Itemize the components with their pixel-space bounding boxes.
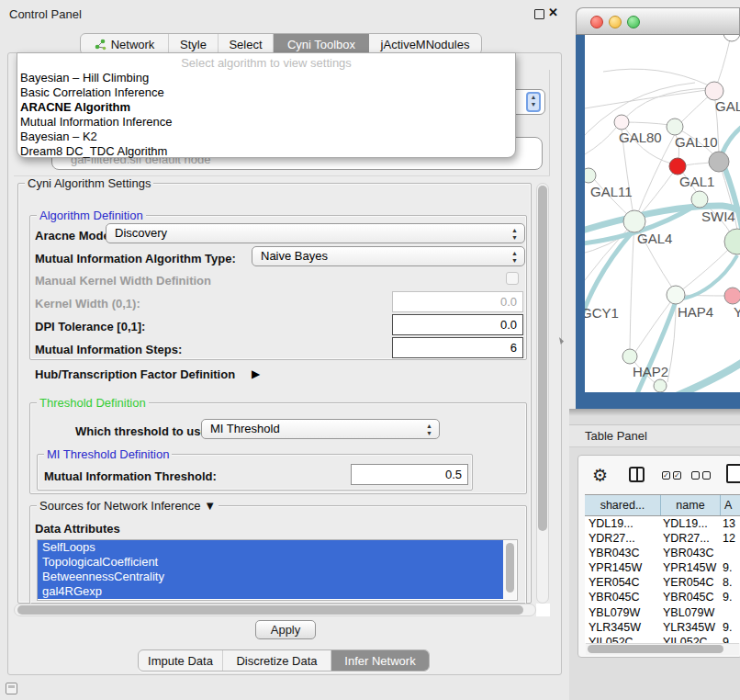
network-node-y[interactable] [724, 288, 740, 304]
tab-infer-network[interactable]: Infer Network [331, 650, 429, 671]
combobox-spinner-focused[interactable]: ▲▼ [526, 92, 541, 112]
network-node-gal11[interactable] [585, 168, 596, 183]
select-all-columns-icon[interactable]: ✓ ✓ [662, 471, 681, 480]
network-node[interactable] [709, 152, 729, 172]
table-cell: YDR27... [663, 531, 718, 546]
apply-button[interactable]: Apply [255, 620, 316, 639]
which-threshold-label: Which threshold to use: [75, 424, 211, 438]
window-minimize-button[interactable] [609, 16, 622, 28]
window-zoom-button[interactable] [627, 16, 640, 28]
table-row[interactable]: YPR145WYPR145W9. [585, 560, 740, 575]
manual-kernel-checkbox[interactable] [506, 272, 519, 285]
table-row[interactable]: YBR043CYBR043C [585, 546, 740, 560]
data-attribute-item-selected[interactable]: SelfLoops [38, 540, 504, 555]
algorithm-option[interactable]: Basic Correlation Inference [17, 85, 515, 100]
kernel-width-field[interactable]: 0.0 [392, 291, 523, 312]
sources-collapse-arrow-icon[interactable]: ▼ [204, 499, 216, 513]
data-attributes-label: Data Attributes [35, 522, 120, 536]
aracne-mode-combobox[interactable]: Discovery ▲▼ [106, 223, 525, 243]
algorithm-select-popup: Select algorithm to view settings Bayesi… [17, 52, 516, 158]
tab-jactivemnodules[interactable]: jActiveMNodules [369, 34, 481, 54]
spinner-icon: ▲▼ [511, 227, 518, 242]
data-attributes-list[interactable]: SelfLoopsTopologicalCoefficientBetweenne… [37, 539, 518, 601]
tab-network-label: Network [111, 38, 155, 51]
cyni-settings-title: Cyni Algorithm Settings [25, 176, 153, 190]
table-row[interactable]: YBL079WYBL079W [585, 605, 740, 620]
dpi-tolerance-field[interactable]: 0.0 [392, 314, 523, 335]
close-icon[interactable]: ✕ [548, 6, 558, 19]
column-header-shared-name[interactable]: shared... [585, 495, 661, 515]
table-row[interactable]: YER054CYER054C8. [585, 575, 740, 590]
algorithm-option[interactable]: Bayesian – K2 [17, 130, 515, 144]
node-label: GAL80 [619, 130, 662, 145]
data-attribute-item-selected[interactable]: BetweennessCentrality [38, 570, 504, 584]
network-node-gal80[interactable] [614, 115, 629, 130]
table-cell: 13 [723, 516, 740, 531]
algorithm-option[interactable]: ARACNE Algorithm [17, 100, 515, 115]
gear-icon[interactable]: ⚙ [592, 465, 608, 486]
table-row[interactable]: YLR345WYLR345W9. [585, 620, 740, 635]
tab-impute-data[interactable]: Impute Data [139, 650, 223, 671]
mi-type-combobox[interactable]: Naive Bayes ▲▼ [252, 246, 525, 266]
table-cell: YER054C [589, 575, 658, 590]
sources-title[interactable]: Sources for Network Inference ▼ [37, 499, 219, 513]
tab-style[interactable]: Style [169, 34, 219, 54]
columns-icon[interactable] [629, 467, 645, 482]
hub-expand-arrow-icon[interactable]: ▶ [252, 367, 260, 380]
node-table: shared... name A YDL19...YDL19...13YDR27… [585, 494, 740, 643]
tab-select[interactable]: Select [219, 34, 274, 54]
tab-select-label: Select [229, 38, 262, 51]
float-panel-icon[interactable] [534, 9, 544, 19]
table-row[interactable]: YIL052CYIL052C9 [585, 635, 740, 643]
node-label: GAL [715, 98, 740, 114]
table-panel-title: Table Panel [585, 429, 647, 443]
network-node-hap4[interactable] [667, 286, 685, 304]
settings-hscrollbar-thumb[interactable] [17, 605, 523, 615]
tab-network[interactable]: Network [81, 34, 169, 54]
data-attribute-item-selected[interactable]: gal4RGexp [38, 584, 504, 599]
window-close-button[interactable] [590, 16, 603, 28]
tab-discretize-data[interactable]: Discretize Data [223, 650, 331, 671]
algorithm-option[interactable]: Dream8 DC_TDC Algorithm [17, 144, 515, 159]
network-canvas[interactable]: GALGAL80GAL10GAL1GAL11SWI4GAL4GCY1HAP4YH… [585, 35, 740, 392]
algorithm-definition-title: Algorithm Definition [37, 209, 146, 222]
network-node-gal1[interactable] [669, 158, 686, 175]
table-cell: YBR043C [663, 546, 718, 560]
network-node-gal[interactable] [705, 82, 723, 100]
node-label: GAL4 [637, 231, 672, 246]
spinner-icon: ▲▼ [426, 423, 432, 437]
network-node-gal10[interactable] [667, 119, 683, 135]
kernel-width-label: Kernel Width (0,1): [35, 297, 140, 310]
column-header-name[interactable]: name [661, 495, 721, 515]
algorithm-option[interactable]: Mutual Information Inference [17, 115, 515, 130]
table-hscrollbar-thumb[interactable] [588, 645, 723, 653]
deselect-all-columns-icon[interactable] [691, 471, 711, 480]
mi-steps-field[interactable]: 6 [392, 337, 523, 358]
table-row[interactable]: YBR045CYBR045C9. [585, 590, 740, 604]
restore-panel-icon[interactable] [6, 683, 17, 694]
network-node-gal4[interactable] [623, 210, 645, 232]
column-header-clipped[interactable]: A [721, 495, 740, 515]
network-window-titlebar[interactable] [576, 7, 740, 35]
which-threshold-combobox[interactable]: MI Threshold ▲▼ [201, 419, 440, 439]
table-row[interactable]: YDL19...YDL19...13 [585, 516, 740, 531]
new-table-file-icon[interactable] [726, 464, 740, 483]
algorithm-option[interactable]: Bayesian – Hill Climbing [17, 71, 515, 85]
attributes-scrollbar-thumb[interactable] [506, 543, 514, 593]
tab-cyni-toolbox[interactable]: Cyni Toolbox [274, 34, 369, 54]
table-cell: 9. [723, 560, 740, 575]
table-cell: 9 [723, 635, 740, 643]
network-node-hap2[interactable] [622, 349, 637, 364]
threshold-definition-title: Threshold Definition [37, 396, 149, 410]
table-row[interactable]: YDR27...YDR27...12 [585, 531, 740, 546]
table-cell: YDR27... [589, 531, 658, 546]
hub-section-label[interactable]: Hub/Transcription Factor Definition [35, 367, 235, 381]
network-node-swi4[interactable] [691, 191, 708, 208]
app-screen: Control Panel ✕ Network Style Select Cyn… [0, 0, 740, 700]
attributes-scrollbar[interactable] [503, 540, 516, 599]
mi-threshold-field[interactable]: 0.5 [351, 464, 468, 485]
network-node[interactable] [654, 379, 667, 392]
data-attribute-item-selected[interactable]: TopologicalCoefficient [38, 555, 504, 570]
settings-vscrollbar-thumb[interactable] [538, 186, 547, 531]
network-node[interactable] [723, 35, 740, 41]
